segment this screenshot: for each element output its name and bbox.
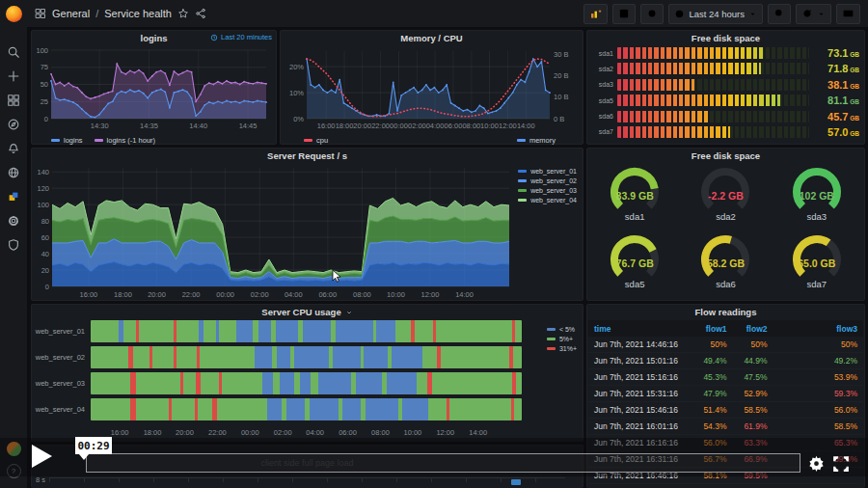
axis-label: 18:00 — [144, 428, 162, 437]
fullscreen-icon[interactable] — [832, 455, 850, 476]
axis-label: 16:00 — [111, 428, 129, 437]
grafana-dashboard-screen: ? General / Service health Last 24 hours — [0, 0, 868, 488]
video-seek-bar[interactable] — [86, 453, 800, 473]
legend-label: 31%+ — [559, 345, 577, 352]
svg-text:14:00: 14:00 — [517, 122, 535, 130]
panel-title-cpu-usage[interactable]: Server CPU usage — [32, 305, 583, 319]
star-icon[interactable] — [177, 8, 189, 19]
panel-title-free-disk-bars[interactable]: Free disk space — [587, 31, 864, 45]
svg-text:14:40: 14:40 — [189, 122, 207, 130]
heatmap-segment — [198, 398, 212, 420]
gauge-label: sda6 — [680, 279, 771, 289]
cpu-usage-axis: 16:0018:0020:0022:0000:0002:0004:0006:00… — [85, 428, 521, 438]
add-panel-button[interactable] — [583, 4, 608, 24]
table-row: Jun 7th, 2021 14:46:1650%50%50% — [588, 337, 863, 353]
heatmap-segment — [236, 320, 252, 342]
svg-text:140: 140 — [37, 168, 49, 176]
svg-text:16:00: 16:00 — [317, 122, 336, 130]
heatmap-segment — [515, 320, 522, 342]
disk-bar-lit — [617, 47, 763, 59]
gauge-label: sda5 — [589, 279, 680, 289]
plus-icon[interactable] — [7, 69, 20, 83]
grafana-logo[interactable] — [6, 6, 22, 22]
heatmap-segment — [172, 398, 195, 420]
svg-text:20: 20 — [41, 266, 49, 275]
disk-bar-row: sda271.8 GB — [592, 63, 859, 74]
legend-item: 5%+ — [547, 336, 577, 342]
disk-bar-label: sda1 — [592, 50, 617, 57]
cell-flow2: 44.9% — [727, 356, 768, 366]
legend-item: web_server_04 — [518, 197, 577, 203]
panel-title-free-disk-gauges[interactable]: Free disk space — [587, 149, 864, 163]
axis-label: 12:00 — [436, 428, 454, 437]
kiosk-tv-button[interactable] — [836, 4, 860, 24]
axis-label: 22:00 — [208, 428, 227, 437]
video-settings-gear-icon[interactable] — [807, 454, 826, 476]
heatmap-segment — [342, 398, 361, 420]
heatmap-segment — [336, 320, 373, 342]
heatmap-segment — [136, 372, 179, 394]
panel-time-override[interactable]: Last 20 minutes — [210, 33, 272, 41]
legend-item: < 5% — [547, 326, 577, 333]
cell-flow2: 52.9% — [727, 389, 768, 398]
cell-flow1: 45.3% — [685, 372, 727, 382]
breadcrumb-folder[interactable]: General — [52, 8, 90, 19]
svg-text:06:00: 06:00 — [318, 290, 337, 299]
clock-icon — [210, 34, 218, 41]
dashboards-icon[interactable] — [7, 94, 20, 107]
plugin-app-icon[interactable] — [7, 190, 20, 203]
legend-item: memory — [517, 136, 556, 145]
panel-cpu-usage: Server CPU usage web_server_01web_server… — [31, 304, 583, 442]
dashboard-area: logins Last 20 minutes 14:3014:3514:4014… — [27, 27, 868, 488]
svg-text:14:35: 14:35 — [140, 122, 158, 130]
play-button[interactable] — [32, 445, 52, 468]
disk-bar-value: 45.7 GB — [809, 111, 859, 122]
configuration-gear-icon[interactable] — [7, 214, 20, 228]
panel-title-flow-readings[interactable]: Flow readings — [587, 305, 864, 319]
svg-text:0: 0 — [44, 115, 48, 123]
save-dashboard-button[interactable] — [612, 4, 636, 24]
legend-color-mark — [547, 328, 556, 331]
time-range-picker[interactable]: Last 24 hours — [668, 4, 763, 24]
disk-bar-lit — [617, 95, 780, 106]
panel-title-server-requests[interactable]: Server Request / s — [32, 149, 583, 163]
cell-time: Jun 7th, 2021 15:01:16 — [594, 356, 685, 366]
logins-chart: 14:3014:3514:4014:450255075100 — [32, 45, 276, 134]
breadcrumb-page[interactable]: Service health — [104, 8, 172, 19]
search-icon[interactable] — [7, 45, 20, 59]
legend-color-mark — [547, 347, 556, 350]
annotation-marker — [511, 479, 521, 485]
share-icon[interactable] — [195, 8, 206, 19]
legend-label: web_server_01 — [530, 168, 577, 175]
admin-shield-icon[interactable] — [7, 238, 20, 252]
cell-time: Jun 7th, 2021 15:31:16 — [594, 389, 685, 398]
panel-server-requests: Server Request / s 16:0018:0020:0022:000… — [31, 148, 583, 301]
alerting-bell-icon[interactable] — [7, 142, 20, 155]
heatmap-segment — [441, 346, 509, 368]
heatmap-segment — [91, 346, 128, 368]
panel-logins: logins Last 20 minutes 14:3014:3514:4014… — [31, 30, 277, 145]
panel-title-memory-cpu[interactable]: Memory / CPU — [281, 31, 583, 45]
heatmap-segment — [417, 372, 427, 394]
heatmap-segment — [267, 398, 282, 420]
cell-flow3: 49.2% — [768, 356, 858, 366]
refresh-button[interactable] — [796, 4, 831, 24]
heatmap-row: web_server_03 — [35, 372, 522, 394]
dashboard-settings-button[interactable] — [640, 4, 664, 24]
heatmap-segment — [222, 372, 261, 394]
cell-flow3: 53.9% — [768, 372, 858, 382]
requests-chart: 16:0018:0020:0022:0000:0002:0004:0006:00… — [35, 162, 517, 303]
zoom-out-button[interactable] — [768, 4, 791, 24]
caret-down-icon — [345, 309, 353, 316]
svg-text:20%: 20% — [289, 63, 304, 71]
gauge-label: sda3 — [772, 211, 862, 222]
requests-legend: web_server_01web_server_02web_server_03w… — [518, 168, 577, 203]
globe-icon[interactable] — [7, 166, 20, 179]
heatmap-segment — [203, 320, 216, 342]
explore-compass-icon[interactable] — [7, 118, 20, 131]
panel-memory-cpu: Memory / CPU 16:0018:0020:0022:0000:0002… — [280, 30, 583, 145]
gauge-value: 65.0 GB — [772, 258, 862, 269]
axis-label: 02:00 — [274, 428, 292, 437]
svg-text:10%: 10% — [289, 89, 304, 97]
legend-label: < 5% — [559, 326, 575, 333]
